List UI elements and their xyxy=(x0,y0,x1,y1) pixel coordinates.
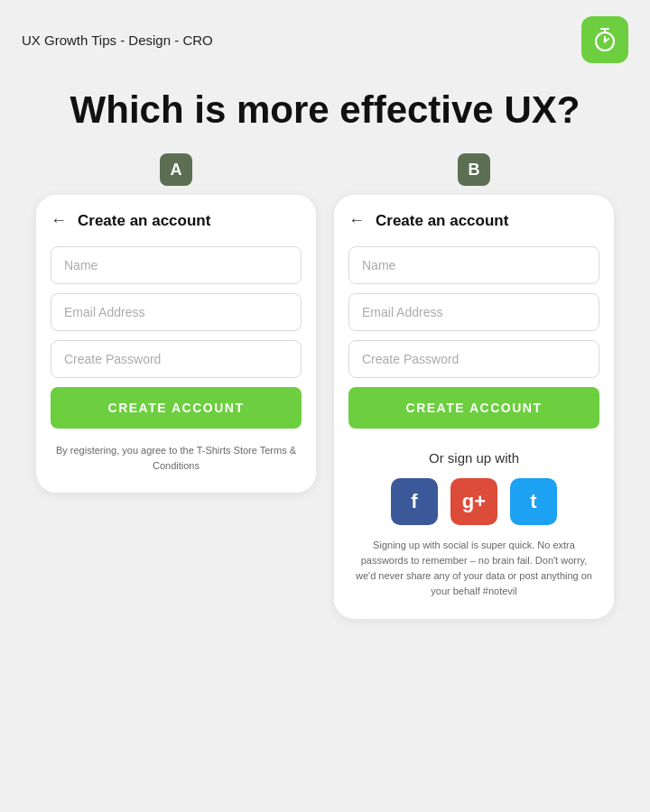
twitter-button[interactable]: t xyxy=(510,478,557,525)
header: UX Growth Tips - Design - CRO xyxy=(0,0,650,72)
variant-a-column: A ← Create an account CREATE ACCOUNT By … xyxy=(36,153,316,619)
card-b-title: Create an account xyxy=(376,212,508,230)
variant-b-badge: B xyxy=(458,153,490,186)
social-row-b: f g+ t xyxy=(348,478,599,525)
password-input-b[interactable] xyxy=(348,340,599,378)
create-account-button-b[interactable]: CREATE ACCOUNT xyxy=(348,387,599,429)
timer-icon xyxy=(590,25,619,54)
password-input-a[interactable] xyxy=(51,340,302,378)
email-input-a[interactable] xyxy=(51,293,302,331)
svg-point-5 xyxy=(604,41,607,43)
variant-a-card: ← Create an account CREATE ACCOUNT By re… xyxy=(36,195,316,493)
or-divider-b: Or sign up with xyxy=(348,450,599,466)
variants-row: A ← Create an account CREATE ACCOUNT By … xyxy=(0,153,650,619)
name-input-b[interactable] xyxy=(348,246,599,284)
main-title: Which is more effective UX? xyxy=(0,72,650,153)
facebook-button[interactable]: f xyxy=(391,478,438,525)
back-arrow-b[interactable]: ← xyxy=(348,211,365,230)
card-b-header: ← Create an account xyxy=(348,211,599,230)
google-button[interactable]: g+ xyxy=(450,478,497,525)
create-account-button-a[interactable]: CREATE ACCOUNT xyxy=(51,387,302,429)
timer-icon-container xyxy=(581,16,628,63)
variant-b-column: B ← Create an account CREATE ACCOUNT Or … xyxy=(334,153,614,619)
social-desc-b: Signing up with social is super quick. N… xyxy=(348,538,599,599)
card-a-header: ← Create an account xyxy=(51,211,302,230)
name-input-a[interactable] xyxy=(51,246,302,284)
legal-text-a: By registering, you agree to the T-Shirt… xyxy=(51,443,302,473)
header-title: UX Growth Tips - Design - CRO xyxy=(22,32,213,48)
variant-b-card: ← Create an account CREATE ACCOUNT Or si… xyxy=(334,195,614,619)
variant-a-badge: A xyxy=(160,153,192,186)
card-a-title: Create an account xyxy=(78,212,210,230)
email-input-b[interactable] xyxy=(348,293,599,331)
back-arrow-a[interactable]: ← xyxy=(51,211,67,230)
